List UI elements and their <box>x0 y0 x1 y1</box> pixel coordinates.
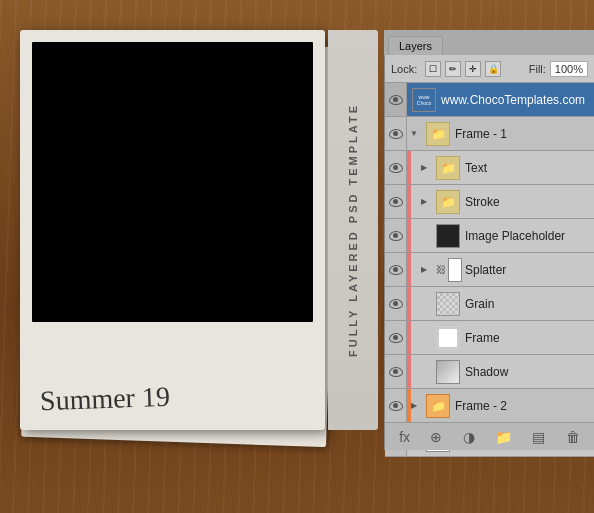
thumb-col-text: 📁 <box>434 155 462 181</box>
layer-image-placeholder[interactable]: Image Placeholder <box>385 219 594 253</box>
thumb-folder1: 📁 <box>426 122 450 146</box>
eye-visibility-frame1[interactable] <box>385 117 407 150</box>
polaroid-main: Summer 19 <box>20 30 325 430</box>
layer-frame1[interactable]: ▼ 📁 Frame - 1 <box>385 117 594 151</box>
eye-visibility-shadow[interactable] <box>385 355 407 388</box>
eye-icon <box>389 299 403 309</box>
layer-name-framelayer: Frame <box>465 331 594 345</box>
thumb-col-frame1: 📁 <box>424 121 452 147</box>
layer-grain[interactable]: Grain <box>385 287 594 321</box>
layer-name-frame2: Frame - 2 <box>455 399 594 413</box>
layer-frame2[interactable]: ▶ 📁 Frame - 2 <box>385 389 594 423</box>
vertical-text: FULLY LAYERED PSD TEMPLATE <box>347 103 359 357</box>
thumb-shadow <box>436 360 460 384</box>
layer-name-frame1: Frame - 1 <box>455 127 594 141</box>
pink-strip-splatter <box>407 253 411 286</box>
lock-label: Lock: <box>391 63 417 75</box>
pink-strip-grain <box>407 287 411 320</box>
thumb-frame-layer <box>436 326 460 350</box>
eye-visibility-choco[interactable] <box>385 83 407 116</box>
new-group-button[interactable]: 📁 <box>495 429 512 445</box>
polaroid-photo <box>32 42 313 322</box>
vertical-banner: FULLY LAYERED PSD TEMPLATE <box>328 30 378 430</box>
eye-icon <box>389 231 403 241</box>
polaroid-container: Summer 19 FULLY LAYERED PSD TEMPLATE <box>20 30 360 480</box>
thumb-col-choco: wwwChoco <box>410 87 438 113</box>
brush-icon[interactable]: ✏ <box>445 61 461 77</box>
panel-bottom: fx ⊕ ◑ 📁 ▤ 🗑 <box>385 422 594 450</box>
thumb-splatter <box>448 258 462 282</box>
tab-layers[interactable]: Layers <box>388 36 443 55</box>
thumb-choco: wwwChoco <box>412 88 436 112</box>
layer-choco[interactable]: wwwChoco www.ChocoTemplates.com <box>385 83 594 117</box>
eye-visibility-imgph[interactable] <box>385 219 407 252</box>
eye-icon <box>389 197 403 207</box>
pink-strip-imgph <box>407 219 411 252</box>
orange-strip-frame2 <box>407 389 411 422</box>
eye-visibility-grain[interactable] <box>385 287 407 320</box>
thumb-col-shadow <box>434 359 462 385</box>
pink-strip-framelayer <box>407 321 411 354</box>
layer-name-stroke: Stroke <box>465 195 594 209</box>
fill-label: Fill: <box>529 63 546 75</box>
layer-frame-layer[interactable]: Frame <box>385 321 594 355</box>
arrow-stroke[interactable]: ▶ <box>417 197 431 206</box>
layer-name-splatter: Splatter <box>465 263 594 277</box>
eye-icon <box>389 333 403 343</box>
eye-icon <box>389 367 403 377</box>
thumb-col-imgph <box>434 223 462 249</box>
layer-name-grain: Grain <box>465 297 594 311</box>
thumb-grain <box>436 292 460 316</box>
eye-icon <box>389 265 403 275</box>
thumb-col-splatter: ⛓ <box>434 257 462 283</box>
eye-icon <box>389 95 403 105</box>
thumb-col-framelayer <box>434 325 462 351</box>
arrow-text[interactable]: ▶ <box>417 163 431 172</box>
eye-visibility-framelayer[interactable] <box>385 321 407 354</box>
thumb-col-stroke: 📁 <box>434 189 462 215</box>
polaroid-caption: Summer 19 <box>39 381 170 418</box>
arrow-splatter[interactable]: ▶ <box>417 265 431 274</box>
panel-topbar: Lock: ☐ ✏ ✛ 🔒 Fill: 100% <box>385 55 594 83</box>
layer-name-shadow: Shadow <box>465 365 594 379</box>
arrow-frame1[interactable]: ▼ <box>407 129 421 138</box>
thumb-folder2: 📁 <box>426 394 450 418</box>
eye-visibility-frame2[interactable] <box>385 389 407 422</box>
panel-tabs: Layers <box>384 30 594 56</box>
fx-button[interactable]: fx <box>399 429 410 445</box>
thumb-black-imgph <box>436 224 460 248</box>
layers-panel: Lock: ☐ ✏ ✛ 🔒 Fill: 100% wwwChoco www.Ch… <box>384 55 594 450</box>
eye-icon <box>389 129 403 139</box>
move-icon[interactable]: ✛ <box>465 61 481 77</box>
chain-icon-splatter: ⛓ <box>436 264 446 275</box>
thumb-col-grain <box>434 291 462 317</box>
layer-text[interactable]: ▶ 📁 Text <box>385 151 594 185</box>
pink-strip-stroke <box>407 185 411 218</box>
layer-splatter[interactable]: ▶ ⛓ Splatter <box>385 253 594 287</box>
layer-stroke[interactable]: ▶ 📁 Stroke <box>385 185 594 219</box>
adjustment-button[interactable]: ◑ <box>463 429 475 445</box>
layer-name-choco: www.ChocoTemplates.com <box>441 93 594 107</box>
thumb-folder-stroke: 📁 <box>436 190 460 214</box>
eye-icon <box>389 401 403 411</box>
chain-lock-icon[interactable]: 🔒 <box>485 61 501 77</box>
new-layer-button[interactable]: ▤ <box>532 429 545 445</box>
add-mask-button[interactable]: ⊕ <box>430 429 442 445</box>
layer-shadow[interactable]: Shadow <box>385 355 594 389</box>
eye-visibility-text[interactable] <box>385 151 407 184</box>
thumb-folder-text: 📁 <box>436 156 460 180</box>
delete-layer-button[interactable]: 🗑 <box>566 429 580 445</box>
eye-icon <box>389 163 403 173</box>
pink-strip-text <box>407 151 411 184</box>
eye-visibility-stroke[interactable] <box>385 185 407 218</box>
lock-icon[interactable]: ☐ <box>425 61 441 77</box>
fill-value[interactable]: 100% <box>550 61 588 77</box>
eye-visibility-splatter[interactable] <box>385 253 407 286</box>
layer-name-imgph: Image Placeholder <box>465 229 594 243</box>
pink-strip-shadow <box>407 355 411 388</box>
thumb-col-frame2: 📁 <box>424 393 452 419</box>
layer-name-text: Text <box>465 161 594 175</box>
